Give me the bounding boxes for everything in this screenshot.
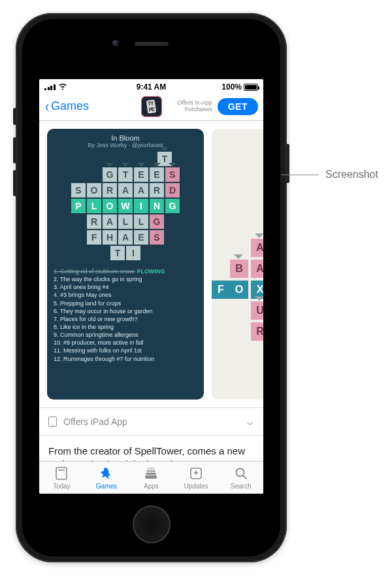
search-icon	[233, 466, 249, 481]
offers-ipad-row[interactable]: Offers iPad App ⌄	[39, 407, 263, 435]
mute-switch	[13, 108, 16, 125]
speaker-grille	[135, 42, 169, 46]
tab-label: Games	[96, 483, 117, 490]
volume-up-button	[13, 137, 16, 163]
home-button[interactable]	[133, 505, 171, 543]
screenshot-2[interactable]: BANAFOXUR	[212, 129, 263, 400]
today-icon	[54, 466, 69, 481]
app-icon[interactable]: TYPE	[141, 96, 162, 117]
callout-line	[281, 175, 319, 175]
callout-label: Screenshot	[325, 169, 378, 180]
screen: 9:41 AM 100% ‹ Games TYPE Offers In-App …	[39, 79, 263, 494]
offers-ipad-label: Offers iPad App	[63, 417, 127, 427]
svg-rect-2	[146, 473, 156, 475]
screenshot-1-grid: TGTEESSORAARDPLOWINGRALLGFHAESTI	[47, 150, 204, 265]
wifi-icon	[58, 82, 67, 92]
tab-updates[interactable]: Updates	[174, 462, 219, 494]
tab-today[interactable]: Today	[39, 462, 84, 494]
screenshot-1-clues: 1. Getting rid of stubborn snow: PLOWING…	[47, 265, 204, 368]
callout-screenshot: Screenshot	[281, 169, 378, 180]
back-label: Games	[51, 99, 89, 113]
apps-icon	[143, 466, 159, 481]
svg-rect-4	[147, 468, 155, 469]
battery-indicator: 100%	[221, 82, 258, 92]
tab-label: Updates	[184, 483, 208, 490]
status-bar: 9:41 AM 100%	[39, 79, 263, 92]
phone-bezel: 9:41 AM 100% ‹ Games TYPE Offers In-App …	[22, 19, 280, 556]
svg-rect-3	[146, 470, 155, 472]
volume-down-button	[13, 170, 16, 196]
tab-label: Search	[231, 483, 252, 490]
svg-rect-0	[56, 468, 67, 479]
tab-apps[interactable]: Apps	[129, 462, 174, 494]
get-button[interactable]: GET	[218, 98, 258, 115]
front-camera	[112, 40, 119, 46]
tab-games[interactable]: Games	[84, 462, 129, 494]
updates-icon	[188, 466, 204, 481]
screenshot-1-header: In Bloom By Jess Worby · @jworbeast	[47, 129, 204, 150]
games-icon	[99, 466, 114, 481]
back-button[interactable]: ‹ Games	[44, 99, 89, 114]
signal-icon	[44, 84, 56, 90]
screenshot-carousel[interactable]: In Bloom By Jess Worby · @jworbeast TGTE…	[39, 121, 263, 407]
status-time: 9:41 AM	[137, 82, 167, 92]
screenshot-1[interactable]: In Bloom By Jess Worby · @jworbeast TGTE…	[47, 129, 204, 400]
phone-frame: 9:41 AM 100% ‹ Games TYPE Offers In-App …	[16, 13, 287, 562]
chevron-down-icon: ⌄	[244, 415, 255, 428]
battery-percent: 100%	[221, 82, 242, 92]
tab-bar: TodayGamesAppsUpdatesSearch	[39, 461, 263, 494]
svg-line-8	[243, 475, 246, 479]
chevron-left-icon: ‹	[45, 99, 49, 114]
nav-bar: ‹ Games TYPE Offers In-App Purchases GET	[39, 92, 263, 121]
tab-label: Apps	[144, 483, 159, 490]
tab-label: Today	[53, 483, 71, 490]
app-description: From the creator of SpellTower, comes a …	[39, 435, 263, 461]
svg-rect-5	[145, 475, 157, 479]
battery-icon	[244, 84, 258, 91]
ipad-icon	[48, 417, 57, 427]
iap-label: Offers In-App Purchases	[177, 100, 212, 113]
tab-search[interactable]: Search	[218, 462, 263, 494]
product-page-content[interactable]: In Bloom By Jess Worby · @jworbeast TGTE…	[39, 121, 263, 461]
